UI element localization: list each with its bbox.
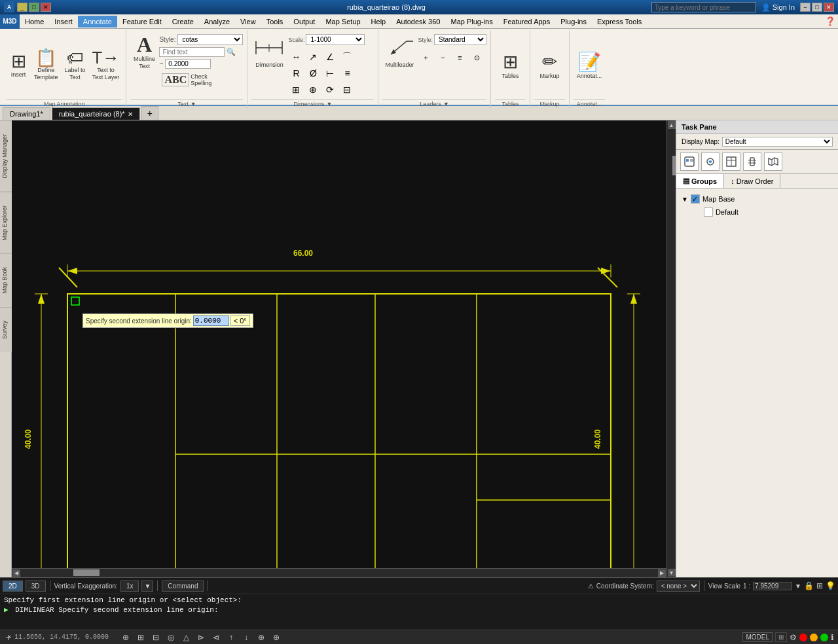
side-tab-survey[interactable]: Survey <box>0 307 12 352</box>
side-tab-map-book[interactable]: Map Book <box>0 253 12 307</box>
scroll-bar-right[interactable]: ▲ ▼ <box>666 120 676 577</box>
menu-tools[interactable]: Tools <box>261 16 289 27</box>
multileader-button[interactable]: Multileader <box>382 33 416 70</box>
ortho-icon[interactable]: ⊟ <box>149 631 162 644</box>
snap-icon[interactable]: ⊕ <box>119 631 132 644</box>
btn-2d[interactable]: 2D <box>3 581 23 592</box>
text-group-expand[interactable]: ▼ <box>191 101 196 107</box>
leader-add[interactable]: + <box>418 50 434 65</box>
lw-icon[interactable]: ↓ <box>240 631 253 644</box>
qp-icon[interactable]: ⊕ <box>270 631 283 644</box>
tables-button[interactable]: ⊞ Tables <box>499 50 522 81</box>
lock-icon[interactable]: 🔒 <box>804 581 814 590</box>
menu-insert[interactable]: Insert <box>49 16 78 27</box>
dim-continue[interactable]: ⊞ <box>288 82 304 98</box>
multiline-text-button[interactable]: A MultilineText <box>130 33 158 71</box>
insert-button[interactable]: ⊞ Insert <box>7 51 30 80</box>
menu-analyze[interactable]: Analyze <box>199 16 235 27</box>
leader-collect[interactable]: ⊙ <box>469 50 485 65</box>
otrack-icon[interactable]: ⊳ <box>194 631 208 644</box>
nav-icon[interactable]: ⊞ <box>816 581 823 590</box>
dim-inspect[interactable]: ⊕ <box>305 82 321 98</box>
text-to-text-layer-button[interactable]: T→ Text toText Layer <box>90 48 122 82</box>
app-button[interactable]: M3D <box>0 14 20 29</box>
pane-tools-button[interactable] <box>743 152 761 171</box>
osnap-icon[interactable]: △ <box>179 631 192 644</box>
find-text-input[interactable] <box>159 47 225 57</box>
leader-style-select[interactable]: Standard <box>434 34 486 45</box>
user-account[interactable]: 👤 Sign In <box>761 3 795 12</box>
app-minimize[interactable]: − <box>800 3 811 12</box>
status-red[interactable] <box>799 634 807 641</box>
menu-annotate[interactable]: Annotate <box>78 16 117 27</box>
annotat-button[interactable]: 📝 Annotat... <box>574 50 605 81</box>
coord-system-select[interactable]: < none > <box>657 581 700 592</box>
side-tab-display-manager[interactable]: Display Manager <box>0 120 12 192</box>
expand-map-base[interactable]: ▼ <box>682 196 688 203</box>
define-template-button[interactable]: 📋 DefineTemplate <box>31 48 61 82</box>
pane-data-button[interactable] <box>680 152 699 171</box>
dim-scale-select[interactable]: 1-1000 <box>306 34 365 45</box>
dim-diameter[interactable]: Ø <box>305 65 321 81</box>
menu-output[interactable]: Output <box>288 16 320 27</box>
menu-help[interactable]: Help <box>366 16 392 27</box>
leaders-group-expand[interactable]: ▼ <box>443 101 449 107</box>
menu-feature-edit[interactable]: Feature Edit <box>117 16 167 27</box>
view-scale-dropdown[interactable]: ▼ <box>795 582 801 590</box>
leader-align[interactable]: ≡ <box>452 50 468 65</box>
title-maximize[interactable]: □ <box>29 3 39 12</box>
find-text-button[interactable]: 🔍 <box>227 48 236 56</box>
app-maximize[interactable]: □ <box>812 3 822 12</box>
dim-arc[interactable]: ⌒ <box>339 49 355 65</box>
pane-tab-draw-order[interactable]: ↕ Draw Order <box>724 174 780 188</box>
title-close[interactable]: ✕ <box>41 3 51 12</box>
checkbox-default[interactable] <box>704 207 713 217</box>
scroll-bar-bottom[interactable]: ◀ ▶ <box>12 568 666 577</box>
doc-tab-drawing1[interactable]: Drawing1* <box>3 107 50 120</box>
status-yellow[interactable] <box>810 634 818 641</box>
dim-ordinate[interactable]: ⊢ <box>322 65 338 81</box>
menu-map-plugins[interactable]: Map Plug-ins <box>445 16 498 27</box>
ducs-icon[interactable]: ⊲ <box>210 631 223 644</box>
canvas-area[interactable]: Y X 66.00 66.00 40.00 40.00 Specify seco… <box>12 120 676 577</box>
command-button[interactable]: Command <box>162 581 204 592</box>
display-map-select[interactable]: Default <box>722 137 833 147</box>
search-input[interactable] <box>651 2 756 12</box>
dyn-icon[interactable]: ↑ <box>225 631 238 644</box>
leader-remove[interactable]: − <box>435 50 451 65</box>
doc-tab-rubia-close[interactable]: ✕ <box>128 111 133 118</box>
label-to-text-button[interactable]: 🏷 Label toText <box>62 48 88 82</box>
light-icon[interactable]: 💡 <box>826 581 835 590</box>
status-green[interactable] <box>820 634 828 641</box>
pane-tab-groups[interactable]: ▤ Groups <box>676 174 724 188</box>
menu-plugins[interactable]: Plug-ins <box>555 16 592 27</box>
menu-featured-apps[interactable]: Featured Apps <box>498 16 556 27</box>
text-style-select[interactable]: cotas <box>177 34 243 45</box>
pane-style-button[interactable] <box>701 152 720 171</box>
menu-map-setup[interactable]: Map Setup <box>320 16 365 27</box>
paper-tab[interactable]: ⊞ <box>775 632 787 642</box>
dim-linear[interactable]: ↔ <box>288 49 304 65</box>
menu-home[interactable]: Home <box>20 16 49 27</box>
doc-tab-rubia[interactable]: rubia_quarteirao (8)* ✕ <box>52 107 140 120</box>
side-tab-map-explorer[interactable]: Map Explorer <box>0 192 12 254</box>
help-icon[interactable]: ❓ <box>825 16 835 26</box>
tolerance-input[interactable] <box>165 59 211 69</box>
dim-value-input[interactable] <box>193 315 229 326</box>
menu-create[interactable]: Create <box>167 16 199 27</box>
polar-icon[interactable]: ◎ <box>164 631 177 644</box>
dim-break[interactable]: ⊟ <box>339 82 355 98</box>
app-close[interactable]: ✕ <box>824 3 834 12</box>
pane-table-button[interactable] <box>722 152 740 171</box>
info-icon[interactable]: ℹ <box>831 633 834 642</box>
menu-express-tools[interactable]: Express Tools <box>592 16 647 27</box>
dim-angular[interactable]: ∠ <box>322 49 338 65</box>
menu-view[interactable]: View <box>235 16 261 27</box>
title-minimize[interactable]: _ <box>17 3 27 12</box>
settings-icon[interactable]: ⚙ <box>790 633 797 642</box>
grid-icon[interactable]: ⊞ <box>134 631 147 644</box>
vert-exag-dropdown[interactable]: ▼ <box>141 581 153 592</box>
pane-maps-button[interactable] <box>764 152 782 171</box>
dim-baseline[interactable]: ≡ <box>339 65 355 81</box>
dim-aligned[interactable]: ↗ <box>305 49 321 65</box>
